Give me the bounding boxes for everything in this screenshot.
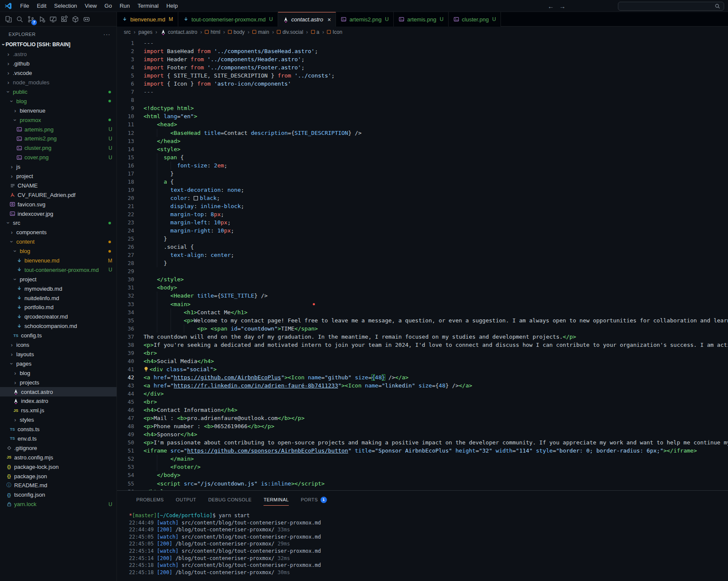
menu-selection[interactable]: Selection	[50, 0, 81, 12]
breadcrumb-item-div.social[interactable]: div.social	[277, 29, 303, 35]
explorer-more-icon[interactable]: ···	[103, 31, 111, 38]
menu-go[interactable]: Go	[101, 0, 116, 12]
breadcrumb-item-a[interactable]: a	[311, 29, 320, 35]
tree-item-public[interactable]: ›public	[0, 87, 117, 97]
tab-artemis2.png[interactable]: artemis2.pngU	[336, 12, 394, 27]
tree-item-mymoviedb.md[interactable]: mymoviedb.md	[0, 284, 117, 293]
tree-item-layouts[interactable]: ›layouts	[0, 350, 117, 359]
tree-item-package-lock.json[interactable]: {}package-lock.json	[0, 462, 117, 471]
menu-file[interactable]: File	[16, 0, 33, 12]
tree-item-bienvenue[interactable]: ›bienvenue	[0, 106, 117, 115]
tree-item-config.ts[interactable]: TSconfig.ts	[0, 331, 117, 340]
tree-item-project[interactable]: ›project	[0, 172, 117, 181]
tree-item-icons[interactable]: ›icons	[0, 340, 117, 350]
tree-item-.gitignore[interactable]: .gitignore	[0, 443, 117, 453]
tree-item-js[interactable]: ›js	[0, 162, 117, 172]
breadcrumb-item-src[interactable]: src	[124, 29, 131, 35]
tree-item-astro.config.mjs[interactable]: JSastro.config.mjs	[0, 453, 117, 462]
menu-help[interactable]: Help	[162, 0, 182, 12]
panel-tab-ports[interactable]: PORTS1	[301, 491, 327, 509]
item-label: bienvenue.md	[24, 257, 60, 264]
tree-item-qrcodecreator.md[interactable]: qrcodecreator.md	[0, 312, 117, 322]
tab-artemis.png[interactable]: artemis.pngU	[394, 12, 449, 27]
lightbulb-icon[interactable]	[144, 366, 149, 372]
tree-item-.github[interactable]: ›.github	[0, 59, 117, 69]
item-label: package-lock.json	[14, 464, 59, 470]
tab-tout-conteneriser-proxmox.md[interactable]: tout-conteneriser-proxmox.mdU	[178, 12, 278, 27]
breadcrumb-item-Icon[interactable]: Icon	[327, 29, 342, 35]
panel-tab-problems[interactable]: PROBLEMS	[136, 491, 164, 509]
tree-item-tout-conteneriser-proxmox.md[interactable]: tout-conteneriser-proxmox.mdU	[0, 265, 117, 274]
tree-item-contact.astro[interactable]: contact.astro	[0, 387, 117, 396]
tree-item-consts.ts[interactable]: TSconsts.ts	[0, 425, 117, 434]
breadcrumb-item-pages[interactable]: pages	[138, 29, 153, 35]
tree-item-CNAME[interactable]: CNAME	[0, 181, 117, 190]
tree-item-projects[interactable]: ›projects	[0, 378, 117, 387]
tree-item-.vscode[interactable]: ›.vscode	[0, 69, 117, 78]
breadcrumb-item-main[interactable]: main	[252, 29, 269, 35]
command-center-search[interactable]	[618, 2, 724, 11]
tree-item-index.astro[interactable]: index.astro	[0, 396, 117, 406]
tree-item-blog[interactable]: ›blog	[0, 96, 117, 106]
tree-item-rss.xml.js[interactable]: JSrss.xml.js	[0, 406, 117, 415]
tree-item-pages[interactable]: ›pages	[0, 359, 117, 368]
workspace-root[interactable]: › PORTFOLIO [SSH: BRAIN]	[0, 39, 117, 50]
run-debug-icon[interactable]	[36, 13, 48, 25]
source-control-icon[interactable]: 7	[25, 13, 36, 25]
tab-contact.astro[interactable]: contact.astro×	[278, 12, 336, 27]
terminal-output[interactable]: *[master][~/Code/portfolio]$ yarn start2…	[117, 509, 728, 581]
error-dot	[313, 303, 315, 305]
tree-item-yarn.lock[interactable]: yarn.lockU	[0, 500, 117, 509]
tree-item-blog[interactable]: ›blog	[0, 368, 117, 378]
tree-item-nuitdelinfo.md[interactable]: nuitdelinfo.md	[0, 293, 117, 303]
panel-tab-debug-console[interactable]: DEBUG CONSOLE	[208, 491, 252, 509]
panel-tab-output[interactable]: OUTPUT	[176, 491, 196, 509]
line-number: 53	[117, 463, 134, 471]
code-editor[interactable]: 1---2import BaseHead from '../components…	[117, 38, 728, 490]
breadcrumb-item-body[interactable]: body	[228, 29, 245, 35]
menu-edit[interactable]: Edit	[33, 0, 50, 12]
tree-item-.astro[interactable]: ›.astro	[0, 50, 117, 59]
tree-item-styles[interactable]: ›styles	[0, 415, 117, 425]
panel-tab-terminal[interactable]: TERMINAL	[264, 491, 289, 509]
tab-cluster.png[interactable]: cluster.pngU	[449, 12, 501, 27]
tree-item-artemis.png[interactable]: artemis.pngU	[0, 125, 117, 134]
remote-window-icon[interactable]	[48, 13, 59, 25]
tree-item-project[interactable]: ›project	[0, 274, 117, 284]
tree-item-favicon.svg[interactable]: favicon.svg	[0, 200, 117, 209]
tree-item-schoolcompanion.md[interactable]: schoolcompanion.md	[0, 322, 117, 331]
tab-bienvenue.md[interactable]: bienvenue.mdM	[117, 12, 178, 27]
tree-item-README.md[interactable]: ⓘREADME.md	[0, 481, 117, 490]
tree-item-node_modules[interactable]: ›node_modules	[0, 78, 117, 87]
tree-item-proxmox[interactable]: ›proxmox	[0, 115, 117, 125]
copilot-icon[interactable]	[81, 13, 92, 25]
forward-arrow-icon[interactable]: →	[559, 3, 566, 10]
package-icon[interactable]	[70, 13, 81, 25]
extensions-icon[interactable]	[59, 13, 70, 25]
item-label: layouts	[16, 351, 34, 358]
close-icon[interactable]: ×	[327, 16, 331, 23]
tree-item-src[interactable]: ›src	[0, 218, 117, 228]
search-icon[interactable]	[14, 13, 25, 25]
explorer-icon[interactable]	[3, 13, 14, 25]
tree-item-package.json[interactable]: {}package.json	[0, 471, 117, 481]
breadcrumb-item-contact.astro[interactable]: contact.astro	[160, 29, 198, 35]
tree-item-artemis2.png[interactable]: artemis2.pngU	[0, 134, 117, 143]
tree-item-content[interactable]: ›content	[0, 237, 117, 247]
tree-item-cluster.png[interactable]: cluster.pngU	[0, 143, 117, 153]
back-arrow-icon[interactable]: ←	[548, 3, 554, 10]
line-number: 37	[117, 333, 134, 341]
breadcrumb-item-html[interactable]: html	[205, 29, 220, 35]
tree-item-tsconfig.json[interactable]: {}tsconfig.json	[0, 490, 117, 500]
tree-item-indexcover.jpg[interactable]: indexcover.jpg	[0, 209, 117, 218]
tree-item-components[interactable]: ›components	[0, 228, 117, 237]
tree-item-blog[interactable]: ›blog	[0, 247, 117, 256]
tree-item-CV_FAURE_Adrien.pdf[interactable]: CV_FAURE_Adrien.pdf	[0, 190, 117, 200]
tree-item-env.d.ts[interactable]: TSenv.d.ts	[0, 434, 117, 444]
tree-item-bienvenue.md[interactable]: bienvenue.mdM	[0, 256, 117, 265]
menu-run[interactable]: Run	[116, 0, 134, 12]
menu-view[interactable]: View	[81, 0, 101, 12]
tree-item-cover.png[interactable]: cover.pngU	[0, 153, 117, 162]
menu-terminal[interactable]: Terminal	[134, 0, 162, 12]
tree-item-portfolio.md[interactable]: portfolio.md	[0, 303, 117, 312]
